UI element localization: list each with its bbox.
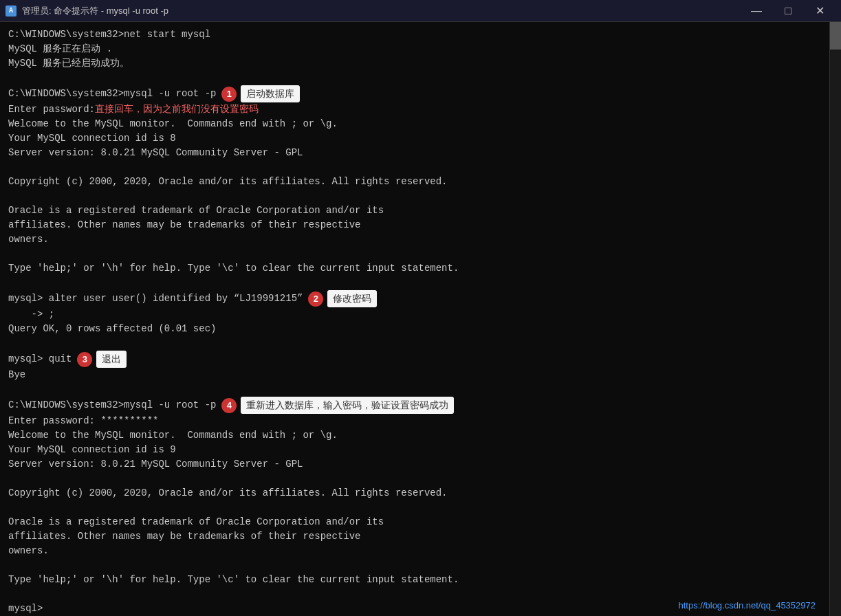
scrollbar[interactable]: [829, 22, 841, 616]
terminal-line: affiliates. Other names may be trademark…: [8, 218, 821, 232]
terminal-blank: [8, 247, 821, 261]
terminal-line: Copyright (c) 2000, 2020, Oracle and/or …: [8, 486, 821, 500]
terminal-line: mysql> alter user user() identified by “…: [8, 290, 821, 307]
terminal-line: MySQL 服务已经启动成功。: [8, 56, 821, 71]
terminal-content[interactable]: C:\WINDOWS\system32>net start mysql MySQ…: [0, 22, 829, 616]
terminal-line: Welcome to the MySQL monitor. Commands e…: [8, 428, 821, 443]
annotation-2: 2 修改密码: [308, 290, 377, 307]
terminal-text: C:\WINDOWS\system32>mysql -u root -p: [8, 87, 216, 101]
terminal-line: Query OK, 0 rows affected (0.01 sec): [8, 322, 821, 336]
terminal-line: Server version: 8.0.21 MySQL Community S…: [8, 457, 821, 472]
terminal-line: owners.: [8, 232, 821, 247]
terminal-line: Bye: [8, 368, 821, 382]
terminal-line: affiliates. Other names may be trademark…: [8, 529, 821, 544]
annotation-bubble: 3: [77, 352, 92, 367]
terminal-blank: [8, 336, 821, 351]
terminal-line: mysql> quit 3 退出: [8, 351, 821, 368]
terminal-line: C:\WINDOWS\system32>mysql -u root -p 4 重…: [8, 397, 821, 414]
terminal-line: -> ;: [8, 307, 821, 322]
terminal-line: Enter password: **********: [8, 414, 821, 428]
terminal-blank: [8, 189, 821, 204]
terminal-blank: [8, 71, 821, 85]
window-controls: — □ ✕: [741, 0, 835, 22]
terminal-text-red: 直接回车，因为之前我们没有设置密码: [95, 102, 259, 117]
terminal-line: Your MySQL connection id is 9: [8, 443, 821, 457]
terminal-line: Welcome to the MySQL monitor. Commands e…: [8, 117, 821, 131]
scrollbar-thumb[interactable]: [830, 22, 841, 50]
maximize-button[interactable]: □: [772, 0, 804, 22]
terminal-blank: [8, 558, 821, 573]
window: A 管理员: 命令提示符 - mysql -u root -p — □ ✕ C:…: [0, 0, 841, 616]
terminal-window: C:\WINDOWS\system32>net start mysql MySQ…: [0, 22, 841, 616]
terminal-line: Server version: 8.0.21 MySQL Community S…: [8, 146, 821, 160]
annotation-4: 4 重新进入数据库，输入密码，验证设置密码成功: [221, 397, 454, 414]
annotation-1: 1 启动数据库: [221, 85, 300, 102]
annotation-label: 退出: [96, 351, 127, 368]
terminal-line: Your MySQL connection id is 8: [8, 131, 821, 146]
terminal-line: Enter password:直接回车，因为之前我们没有设置密码: [8, 102, 821, 117]
terminal-line: Oracle is a registered trademark of Orac…: [8, 515, 821, 529]
terminal-blank: [8, 587, 821, 602]
terminal-blank: [8, 472, 821, 486]
minimize-button[interactable]: —: [741, 0, 772, 22]
title-bar: A 管理员: 命令提示符 - mysql -u root -p — □ ✕: [0, 0, 841, 22]
terminal-blank: [8, 500, 821, 515]
app-icon: A: [6, 6, 17, 16]
terminal-text: C:\WINDOWS\system32>mysql -u root -p: [8, 398, 216, 412]
terminal-line: MySQL 服务正在启动 .: [8, 42, 821, 56]
terminal-line: Type 'help;' or '\h' for help. Type '\c'…: [8, 261, 821, 276]
terminal-text: mysql> quit: [8, 352, 72, 366]
annotation-label: 重新进入数据库，输入密码，验证设置密码成功: [241, 397, 454, 414]
terminal-blank: [8, 276, 821, 290]
terminal-line: C:\WINDOWS\system32>net start mysql: [8, 28, 821, 42]
footer-link: https://blog.csdn.net/qq_45352972: [679, 600, 816, 610]
terminal-blank: [8, 382, 821, 397]
annotation-label: 启动数据库: [241, 85, 300, 102]
terminal-line: Copyright (c) 2000, 2020, Oracle and/or …: [8, 175, 821, 189]
terminal-line: owners.: [8, 544, 821, 558]
terminal-line: C:\WINDOWS\system32>mysql -u root -p 1 启…: [8, 85, 821, 102]
terminal-text: mysql> alter user user() identified by “…: [8, 292, 303, 306]
terminal-line: Oracle is a registered trademark of Orac…: [8, 204, 821, 218]
terminal-blank: [8, 160, 821, 175]
terminal-text: Enter password:: [8, 102, 95, 117]
close-button[interactable]: ✕: [804, 0, 835, 22]
title-text: 管理员: 命令提示符 - mysql -u root -p: [22, 5, 735, 17]
annotation-3: 3 退出: [77, 351, 127, 368]
annotation-bubble: 2: [308, 292, 323, 307]
annotation-label: 修改密码: [327, 290, 377, 307]
annotation-bubble: 1: [221, 87, 237, 102]
annotation-bubble: 4: [221, 398, 237, 413]
terminal-line: Type 'help;' or '\h' for help. Type '\c'…: [8, 573, 821, 587]
